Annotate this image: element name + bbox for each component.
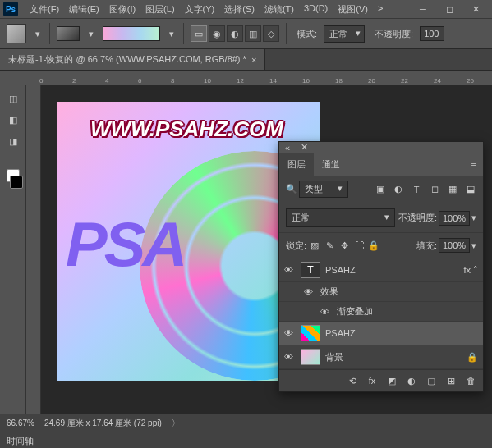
minimize-button[interactable]: ─ (410, 1, 436, 17)
separator (49, 23, 50, 44)
link-layers-icon[interactable]: ⟲ (347, 375, 358, 386)
menu-layer[interactable]: 图层(L) (140, 1, 179, 18)
lock-artboard-icon[interactable]: ⛶ (354, 240, 364, 250)
artwork-url-text: WWW.PSAHZ.COM (90, 117, 283, 142)
maximize-button[interactable]: ◻ (436, 1, 462, 17)
layer-row[interactable]: 👁 T PSAHZ fx ˄ (279, 258, 483, 282)
ruler-mark: 4 (105, 77, 108, 85)
filter-adjust-icon[interactable]: ◐ (393, 184, 404, 195)
menu-image[interactable]: 图像(I) (104, 1, 140, 18)
ruler-mark: 14 (269, 77, 277, 85)
panel-menu-icon[interactable]: ≡ (465, 153, 483, 176)
vertical-toolbar: ◫ ◧ ◨ (0, 85, 26, 414)
lock-pixels-icon[interactable]: ✎ (324, 240, 334, 250)
ruler-vertical (26, 85, 41, 414)
document-tab[interactable]: 未标题-1-恢复的 @ 66.7% (WWW.PSAHZ.COM, RGB/8#… (0, 49, 265, 70)
panel-collapse-icon[interactable]: « (279, 143, 296, 153)
options-bar: ▾ ▾ ▾ ▭ ◉ ◐ ▥ ◇ 模式: 正常 ▾ 不透明度: 100 (0, 18, 492, 49)
layer-name[interactable]: PSAHZ (325, 265, 356, 275)
blend-mode-label: 模式: (297, 28, 317, 40)
layer-mask-icon[interactable]: ◩ (386, 375, 398, 386)
gradient-preview[interactable] (103, 26, 160, 41)
search-icon: 🔍 (286, 184, 296, 194)
main-menu: 文件(F) 编辑(E) 图像(I) 图层(L) 文字(Y) 选择(S) 滤镜(T… (25, 1, 388, 18)
gradient-reflected[interactable]: ▥ (245, 25, 261, 42)
layer-name[interactable]: 背景 (325, 351, 343, 363)
separator (286, 23, 287, 44)
fill-label: 填充: (416, 240, 437, 252)
layer-fx-row[interactable]: 👁 效果 (279, 282, 483, 302)
menu-view[interactable]: 视图(V) (333, 1, 373, 18)
tool-slot[interactable]: ◫ (3, 89, 23, 108)
ruler-horizontal: 0 2 4 6 8 10 12 14 16 18 20 22 24 26 (0, 71, 492, 85)
layer-row[interactable]: 👁 背景 🔒 (279, 345, 483, 369)
blend-mode-select[interactable]: 正常 ▾ (324, 25, 365, 43)
layer-name[interactable]: PSAHZ (325, 328, 356, 338)
fx-badge[interactable]: fx ˄ (463, 265, 478, 276)
opacity-input[interactable]: 100 (420, 26, 444, 41)
tab-channels[interactable]: 通道 (314, 153, 348, 176)
new-layer-icon[interactable]: ⊞ (445, 375, 457, 386)
lock-all-icon[interactable]: 🔒 (369, 240, 379, 250)
layer-fx-icon[interactable]: fx (366, 375, 378, 386)
layer-row[interactable]: 👁 PSAHZ (279, 322, 483, 345)
filter-toggle[interactable]: ⬓ (465, 184, 476, 195)
tab-layers[interactable]: 图层 (279, 153, 314, 176)
tool-preset[interactable] (7, 24, 26, 43)
ruler-mark: 0 (39, 77, 43, 85)
fill-input[interactable]: 100% (439, 238, 470, 253)
adjustment-layer-icon[interactable]: ◐ (406, 375, 417, 386)
visibility-icon[interactable]: 👁 (284, 328, 296, 338)
gradient-linear[interactable]: ▭ (191, 25, 207, 42)
gradient-thumb-toggle[interactable] (57, 26, 80, 41)
menu-filter[interactable]: 滤镜(T) (260, 1, 299, 18)
status-expand-icon[interactable]: 〉 (172, 418, 180, 429)
layer-thumb (301, 325, 320, 341)
gradient-picker-dropdown[interactable]: ▾ (167, 29, 177, 39)
layer-thumb (301, 349, 320, 365)
menu-edit[interactable]: 编辑(E) (64, 1, 104, 18)
tool-slot[interactable]: ◧ (3, 110, 23, 130)
delete-layer-icon[interactable]: 🗑 (465, 375, 476, 386)
menu-3d[interactable]: 3D(D) (299, 1, 333, 18)
lock-label: 锁定: (286, 240, 306, 252)
layer-fx-item[interactable]: 👁 渐变叠加 (279, 302, 483, 322)
lock-position-icon[interactable]: ✥ (339, 240, 349, 250)
visibility-icon[interactable]: 👁 (284, 265, 296, 275)
ruler-mark: 18 (335, 77, 343, 85)
color-swatch-bg[interactable] (10, 176, 23, 189)
gradient-diamond[interactable]: ◇ (263, 25, 279, 42)
chevron-down-icon[interactable]: ▾ (471, 213, 476, 223)
filter-shape-icon[interactable]: ◻ (429, 184, 440, 195)
doc-dimensions[interactable]: 24.69 厘米 x 17.64 厘米 (72 ppi) (44, 418, 162, 429)
group-icon[interactable]: ▢ (425, 375, 437, 386)
panel-close-icon[interactable]: ✕ (296, 142, 312, 153)
menu-file[interactable]: 文件(F) (25, 1, 64, 18)
layer-blend-mode[interactable]: 正常▾ (286, 208, 395, 227)
ruler-mark: 16 (302, 77, 310, 85)
layer-opacity-input[interactable]: 100% (439, 211, 470, 226)
menu-select[interactable]: 选择(S) (219, 1, 260, 18)
layer-filter-kind[interactable]: 类型▾ (299, 181, 348, 198)
zoom-level[interactable]: 66.67% (7, 418, 34, 427)
visibility-icon[interactable]: 👁 (320, 307, 332, 317)
artwork-big-text: PSA (66, 208, 184, 280)
filter-pixel-icon[interactable]: ▣ (375, 184, 386, 195)
filter-smart-icon[interactable]: ▦ (447, 184, 458, 195)
gradient-angle[interactable]: ◐ (227, 25, 243, 42)
visibility-icon[interactable]: 👁 (284, 352, 296, 362)
menu-overflow[interactable]: > (373, 1, 388, 18)
gradient-radial[interactable]: ◉ (209, 25, 225, 42)
menu-type[interactable]: 文字(Y) (180, 1, 220, 18)
tool-slot[interactable]: ◨ (3, 131, 23, 151)
chevron-down-icon[interactable]: ▾ (86, 29, 96, 39)
tool-preset-dropdown[interactable]: ▾ (33, 29, 43, 39)
close-button[interactable]: ✕ (462, 1, 489, 17)
tab-close-icon[interactable]: × (251, 55, 256, 65)
lock-icon: 🔒 (467, 352, 478, 363)
chevron-down-icon[interactable]: ▾ (471, 240, 476, 251)
filter-type-icon[interactable]: T (411, 184, 422, 195)
lock-transparency-icon[interactable]: ▨ (310, 240, 320, 250)
visibility-icon[interactable]: 👁 (304, 287, 315, 297)
timeline-panel-tab[interactable]: 时间轴 (0, 432, 492, 448)
